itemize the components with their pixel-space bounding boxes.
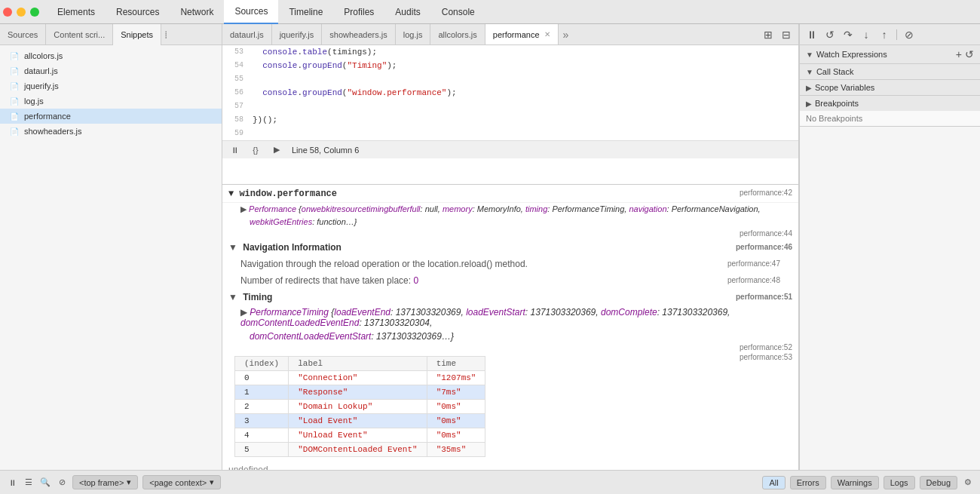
step-over-btn[interactable]: ↷ (841, 27, 856, 42)
file-item-jquerify[interactable]: 📄 jquerify.js (0, 78, 222, 94)
table-cell-index: 0 (235, 371, 289, 385)
warnings-btn[interactable]: Warnings (831, 476, 879, 489)
window-perf-header: ▼ window.performance (228, 189, 337, 199)
nav-info-label: Navigation Information (243, 242, 341, 253)
file-item-performance[interactable]: 📄 performance (0, 109, 222, 124)
resume-btn[interactable]: ↺ (822, 27, 838, 42)
tab-dataurl[interactable]: dataurl.js (222, 24, 272, 45)
tab-jquerify[interactable]: jquerify.js (272, 24, 323, 45)
timing-label: Timing (243, 292, 272, 302)
braces-icon[interactable]: {} (250, 144, 262, 156)
console-entry-window-perf[interactable]: performance:42 ▼ window.performance (222, 185, 798, 203)
perf-link-52[interactable]: performance:52 (740, 343, 792, 351)
console-output: performance:42 ▼ window.performance ▶ Pe… (222, 185, 798, 470)
expand-callstack-icon: ▼ (806, 68, 813, 76)
play-icon[interactable]: ▶ (271, 144, 283, 156)
perf-link-51[interactable]: performance:51 (736, 290, 792, 304)
debug-btn[interactable]: Debug (920, 476, 957, 489)
timing-header[interactable]: performance:51 ▼ Timing (222, 289, 798, 305)
nav-info-header[interactable]: performance:46 ▼ Navigation Information (222, 239, 798, 256)
tab-overflow-btn[interactable]: » (559, 29, 574, 41)
expand-icon[interactable]: ▶ (240, 307, 247, 318)
frame-selector[interactable]: <top frame> ▾ (72, 475, 138, 489)
sources-tab-more[interactable]: ⁞ (164, 29, 167, 41)
line-number: 57 (222, 100, 250, 113)
menu-item-resources[interactable]: Resources (106, 0, 170, 24)
refresh-watch-btn[interactable]: ↺ (965, 48, 974, 60)
settings-btn[interactable]: ⚙ (962, 477, 974, 489)
tab-label: showheaders.js (329, 30, 387, 39)
file-icon: 📄 (9, 66, 20, 76)
close-tab-icon[interactable]: ✕ (544, 30, 550, 38)
code-editor: 53 console.table(timings); 54 console.gr… (222, 45, 798, 185)
logs-btn[interactable]: Logs (884, 476, 915, 489)
minimize-window-btn[interactable] (17, 8, 26, 17)
scope-variables-section: ▶ Scope Variables (800, 80, 980, 96)
code-area[interactable]: 53 console.table(timings); 54 console.gr… (222, 45, 798, 140)
add-watch-btn[interactable]: + (956, 48, 962, 60)
tab-showheaders[interactable]: showheaders.js (322, 24, 395, 45)
tab-snippets[interactable]: Snippets (113, 24, 161, 45)
menu-item-timeline[interactable]: Timeline (278, 0, 333, 24)
call-stack-header[interactable]: ▼ Call Stack (800, 64, 980, 79)
tab-label: log.js (403, 30, 423, 39)
console-drawer-btn[interactable]: ☰ (23, 477, 35, 489)
errors-btn[interactable]: Errors (790, 476, 826, 489)
split-pane-btn2[interactable]: ⊟ (779, 27, 794, 42)
watch-expressions-header[interactable]: ▼ Watch Expressions + ↺ (800, 45, 980, 63)
perf-link-42[interactable]: performance:42 (740, 186, 792, 200)
block-btn[interactable]: ⊘ (56, 477, 68, 489)
table-row: 2 "Domain Lookup" "0ms" (235, 400, 485, 414)
step-into-btn[interactable]: ↓ (859, 27, 874, 42)
file-item-log[interactable]: 📄 log.js (0, 94, 222, 109)
menu-item-audits[interactable]: Audits (384, 0, 430, 24)
search-btn[interactable]: 🔍 (39, 477, 51, 489)
table-header-index: (index) (235, 357, 289, 371)
table-header-time: time (427, 357, 485, 371)
close-window-btn[interactable] (3, 8, 12, 17)
nav-info-line2: performance:48 Number of redirects that … (222, 272, 798, 289)
tab-content-scripts[interactable]: Content scri... (46, 24, 113, 45)
perf-link-44[interactable]: performance:44 (740, 229, 792, 238)
watch-expressions-section: ▼ Watch Expressions + ↺ (800, 45, 980, 64)
pause-icon[interactable]: ⏸ (228, 144, 240, 156)
scope-variables-header[interactable]: ▶ Scope Variables (800, 80, 980, 95)
tab-allcolors[interactable]: allcolors.js (430, 24, 485, 45)
perf-link-46[interactable]: performance:46 (736, 241, 792, 254)
line-content: console.groupEnd("Timing"); (250, 59, 798, 72)
table-cell-time: "1207ms" (427, 371, 485, 385)
tab-performance[interactable]: performance ✕ (485, 24, 559, 45)
all-levels-btn[interactable]: All (762, 476, 785, 489)
tab-log[interactable]: log.js (396, 24, 431, 45)
menu-item-console[interactable]: Console (431, 0, 485, 24)
table-cell-index: 1 (235, 385, 289, 400)
expand-icon[interactable]: ▶ (240, 204, 247, 213)
table-cell-label: "DOMContentLoaded Event" (289, 443, 427, 457)
nav-info-section: performance:44 (222, 228, 798, 239)
code-line-54: 54 console.groupEnd("Timing"); (222, 59, 798, 72)
file-item-dataurl[interactable]: 📄 dataurl.js (0, 63, 222, 78)
file-item-showheaders[interactable]: 📄 showheaders.js (0, 124, 222, 139)
menu-item-elements[interactable]: Elements (47, 0, 106, 24)
perf-link-48[interactable]: performance:48 (727, 274, 780, 287)
step-out-btn[interactable]: ↑ (877, 27, 892, 42)
tab-label: allcolors.js (438, 30, 476, 39)
pause-btn[interactable]: ⏸ (804, 27, 819, 42)
split-pane-btn[interactable]: ⊞ (761, 27, 776, 42)
maximize-window-btn[interactable] (30, 8, 39, 17)
perf-link-47[interactable]: performance:47 (727, 257, 780, 271)
file-item-allcolors[interactable]: 📄 allcolors.js (0, 48, 222, 63)
line-number: 55 (222, 72, 250, 86)
table-cell-label: "Unload Event" (289, 428, 427, 443)
table-row: 4 "Unload Event" "0ms" (235, 428, 485, 443)
context-selector[interactable]: <page context> ▾ (142, 475, 221, 489)
deactivate-breakpoints-btn[interactable]: ⊘ (902, 27, 917, 42)
watch-expressions-label: Watch Expressions (816, 50, 887, 59)
perf-link-53[interactable]: performance:53 (740, 353, 792, 361)
breakpoints-header[interactable]: ▶ Breakpoints (800, 96, 980, 111)
menu-item-network[interactable]: Network (170, 0, 224, 24)
pause-debugger-btn[interactable]: ⏸ (6, 477, 18, 489)
tab-sources[interactable]: Sources (0, 24, 46, 45)
menu-item-sources[interactable]: Sources (224, 0, 278, 24)
menu-item-profiles[interactable]: Profiles (333, 0, 384, 24)
